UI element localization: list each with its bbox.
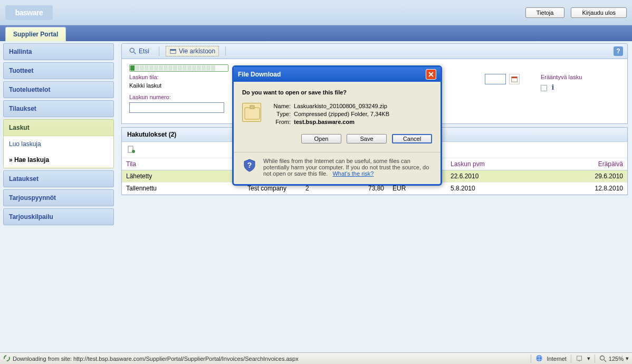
name-value: Laskuarkisto_20100806_093249.zip [294,103,387,109]
due-invoice-checkbox[interactable] [541,85,547,91]
search-button[interactable]: Etsi [126,46,152,56]
sidebar-group-laskut: Laskut Luo laskuja Hae laskuja [3,119,114,168]
protected-mode-icon[interactable] [576,355,583,363]
sidebar-item-tilaukset[interactable]: Tilaukset [3,100,114,117]
search-label: Etsi [139,47,149,55]
status-label: Laskun tila: [129,74,182,80]
dialog-warning: While files from the Internet can be use… [263,158,432,177]
security-zone: Internet [547,356,567,362]
status-value: Kaikki laskut [129,82,161,89]
svg-point-11 [4,356,9,361]
svg-rect-14 [577,356,581,360]
svg-text:?: ? [247,161,252,169]
due-invoice-label: Erääntyvä lasku [541,74,620,80]
close-icon [428,72,434,77]
from-key: From: [269,119,291,125]
dialog-title: File Download [238,71,281,78]
svg-line-1 [134,52,136,54]
col-date[interactable]: Laskun pvm [446,158,574,170]
col-blank[interactable] [574,158,585,170]
svg-point-15 [600,356,604,360]
zoom-control[interactable]: 125% ▾ [599,355,629,362]
export-icon[interactable] [127,148,136,155]
app-header: basware Tietoja Kirjaudu ulos [0,0,632,25]
svg-rect-5 [512,77,518,79]
sidebar-group-header[interactable]: Laskut [4,120,113,136]
sidebar-sub-luo-laskuja[interactable]: Luo laskuja [4,136,113,152]
save-button[interactable]: Save [347,134,387,143]
dialog-question: Do you want to open or save this file? [242,89,432,95]
archive-button[interactable]: Vie arkistoon [166,46,219,56]
number-label: Laskun numero: [129,94,182,100]
globe-icon [535,355,543,363]
dialog-close-button[interactable] [426,69,436,80]
sidebar-item-tuotteet[interactable]: Tuotteet [3,62,114,79]
sidebar-item-tuoteluettelot[interactable]: Tuoteluettelot [3,81,114,98]
col-tila[interactable]: Tila [122,158,243,170]
cancel-button[interactable]: Cancel [392,134,432,143]
from-value: test.bsp.basware.com [294,119,355,125]
file-download-dialog: File Download Do you want to open or sav… [232,65,442,186]
name-key: Name: [269,103,291,109]
sidebar-item-tarjouskilpailu[interactable]: Tarjouskilpailu [3,208,114,225]
brand-logo: basware [5,5,53,20]
calendar-icon[interactable] [509,74,520,84]
invoice-number-input[interactable] [129,102,224,113]
risk-link[interactable]: What's the risk? [332,170,374,177]
svg-point-7 [132,150,135,153]
tab-supplier-portal[interactable]: Supplier Portal [5,27,66,41]
shield-icon: ? [242,158,257,177]
col-due[interactable]: Eräpäivä [585,158,627,170]
logout-button[interactable]: Kirjaudu ulos [571,7,627,18]
file-type-icon [242,103,261,122]
info-button[interactable]: Tietoja [525,7,565,18]
tab-row: Supplier Portal [0,25,632,41]
svg-line-16 [604,360,606,362]
svg-point-0 [130,48,134,52]
sidebar-item-hallinta[interactable]: Hallinta [3,43,114,60]
zoom-value: 125% [609,356,624,362]
dialog-titlebar[interactable]: File Download [234,67,441,82]
date-input[interactable] [485,74,506,84]
sidebar-sub-hae-laskuja[interactable]: Hae laskuja [4,152,113,168]
zoom-icon [599,355,607,362]
sidebar-item-tarjouspyynnot[interactable]: Tarjouspyynnöt [3,189,114,206]
archive-label: Vie arkistoon [179,47,215,55]
toolbar: Etsi Vie arkistoon ? [121,43,628,59]
type-key: Type: [269,111,291,117]
progress-bar [129,64,228,72]
download-spinner-icon [3,355,11,363]
svg-rect-9 [250,106,254,109]
open-button[interactable]: Open [301,134,341,143]
status-bar: Downloading from site: http://test.bsp.b… [0,352,632,364]
type-value: Compressed (zipped) Folder, 7,34KB [294,111,389,117]
info-icon[interactable]: i [552,83,554,91]
svg-rect-8 [245,108,260,119]
sidebar-item-lataukset[interactable]: Lataukset [3,170,114,187]
status-text: Downloading from site: http://test.bsp.b… [13,356,299,362]
sidebar: Hallinta Tuotteet Tuoteluettelot Tilauks… [0,41,117,229]
archive-icon [169,47,177,55]
svg-rect-3 [170,50,176,51]
help-button[interactable]: ? [614,46,623,56]
search-icon [129,47,137,55]
